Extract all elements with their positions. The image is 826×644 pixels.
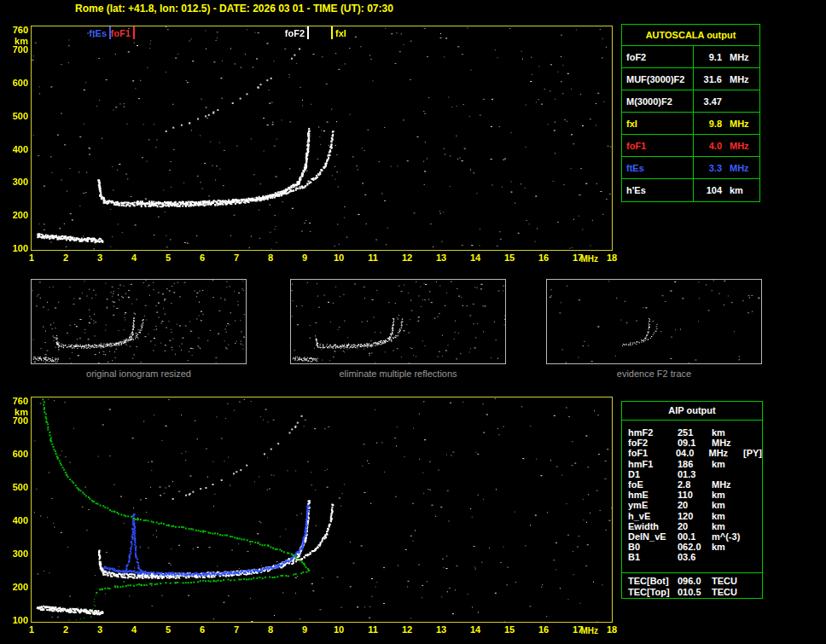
- aip-tec-row: TEC[Bot] 096.0 TECU: [622, 576, 762, 586]
- axis-tick-label: 300: [3, 548, 28, 559]
- value-text: 3.3: [701, 157, 722, 179]
- aip-parameter-row: hmE 110 km: [622, 490, 762, 500]
- aip-parameter-unit: [712, 552, 747, 562]
- aip-parameter-label: B1: [628, 552, 678, 562]
- axis-tick-label: 3: [91, 252, 108, 263]
- unit-text: km: [730, 179, 752, 201]
- axis-tick-label: 10: [330, 252, 347, 263]
- aip-parameter-value: 20: [678, 500, 712, 510]
- axis-tick-label: 4: [125, 624, 143, 635]
- aip-parameter-note: [747, 552, 762, 562]
- aip-parameter-value: 2.8: [678, 479, 712, 490]
- aip-parameter-note: [747, 469, 762, 479]
- value-text: 4.0: [701, 135, 722, 157]
- value-text: 9.8: [701, 113, 722, 135]
- aip-parameter-note: [PY]: [743, 448, 762, 458]
- axis-tick-label: 9: [296, 624, 313, 635]
- value-text: 3.47: [701, 90, 722, 113]
- aip-parameter-label: h_vE: [628, 511, 678, 521]
- aip-parameter-row: DelN_vE 00.1 m^(-3): [622, 531, 762, 542]
- aip-parameter-note: [747, 531, 762, 542]
- caption-evidence-f2: evidence F2 trace: [546, 368, 762, 379]
- axis-tick-label: 13: [433, 252, 450, 263]
- aip-parameter-unit: km: [712, 521, 747, 531]
- axis-tick-label: 10: [330, 624, 347, 635]
- axis-tick-label: 500: [3, 482, 28, 492]
- axis-tick-label: MHz: [574, 626, 598, 635]
- axis-tick-label: 400: [3, 144, 28, 154]
- unit-text: MHz: [730, 113, 752, 135]
- tec-label: TEC[Bot]: [628, 576, 678, 586]
- axis-tick-label: 300: [3, 177, 28, 187]
- thumbnail-original-ionogram: [31, 279, 247, 364]
- aip-parameter-note: [747, 459, 762, 469]
- aip-parameter-unit: MHz: [709, 448, 744, 458]
- aip-parameter-label: foF1: [628, 448, 676, 458]
- axis-tick-label: 11: [364, 624, 381, 635]
- aip-parameter-label: hmE: [628, 490, 678, 500]
- axis-tick-label: 200: [3, 582, 28, 592]
- aip-tec-rows: TEC[Bot] 096.0 TECU TEC[Top] 010.5 TECU: [622, 572, 762, 596]
- value-text: 9.1: [701, 46, 722, 68]
- unit-text: MHz: [730, 68, 752, 90]
- aip-parameter-unit: km: [712, 427, 747, 438]
- axis-tick-label: 9: [296, 252, 313, 263]
- axis-tick-label: 11: [364, 252, 381, 263]
- tec-unit: TECU: [712, 587, 747, 597]
- aip-parameter-value: 03.6: [678, 552, 712, 562]
- value-text: 104: [701, 179, 722, 201]
- tec-value: 010.5: [678, 587, 712, 597]
- caption-original-ionogram: original ionogram resized: [31, 368, 247, 379]
- parameter-value: 9.1 MHz: [694, 46, 759, 67]
- parameter-value: 3.47: [694, 90, 759, 112]
- aip-tec-row: TEC[Top] 010.5 TECU: [622, 587, 762, 597]
- parameter-value: 31.6 MHz: [694, 68, 759, 90]
- aip-parameter-row: D1 01.3: [622, 469, 762, 479]
- axis-tick-label: 400: [3, 515, 28, 525]
- aip-parameter-note: [747, 511, 762, 521]
- thumbnail-f2-trace: [546, 279, 762, 364]
- aip-parameter-row: h_vE 120 km: [622, 511, 762, 521]
- aip-parameter-note: [747, 479, 762, 490]
- aip-parameter-unit: [712, 469, 747, 479]
- unit-text: MHz: [730, 157, 752, 179]
- axis-tick-label: 12: [398, 624, 416, 635]
- aip-parameter-note: [747, 521, 762, 531]
- profile-ionogram-plot: 760km70060050040030020010012345678910111…: [31, 397, 613, 623]
- autoscala-output-table: AUTOSCALA output foF2 9.1 MHz MUF(3000)F…: [621, 24, 760, 202]
- aip-parameter-note: [747, 427, 762, 438]
- aip-parameter-label: foE: [628, 479, 678, 490]
- aip-parameter-value: 09.1: [678, 438, 712, 448]
- axis-tick-label: 16: [535, 624, 552, 635]
- parameter-label: foF1: [622, 135, 694, 156]
- aip-parameter-row: foF1 04.0 MHz [PY]: [622, 448, 762, 458]
- axis-tick-label: 500: [3, 111, 28, 121]
- axis-tick-label: 15: [501, 624, 518, 635]
- tec-unit: TECU: [712, 576, 747, 586]
- aip-parameter-unit: m^(-3): [712, 531, 747, 542]
- axis-tick-label: 4: [125, 252, 143, 263]
- axis-tick-label: MHz: [574, 254, 598, 264]
- aip-parameter-row: Ewidth 20 km: [622, 521, 762, 531]
- aip-parameter-row: hmF1 186 km: [622, 459, 762, 469]
- aip-parameter-row: foE 2.8 MHz: [622, 479, 762, 490]
- aip-parameter-value: 120: [678, 511, 712, 521]
- profile-ionogram-canvas: [32, 397, 612, 622]
- thumbnail-f2-canvas: [547, 280, 761, 363]
- axis-tick-label: 5: [160, 252, 177, 263]
- axis-tick-label: 8: [262, 624, 279, 635]
- aip-parameter-unit: km: [712, 500, 747, 510]
- axis-tick-label: 1: [23, 252, 40, 263]
- aip-parameter-value: 062.0: [678, 542, 712, 552]
- autoscala-table-row: ftEs 3.3 MHz: [622, 157, 759, 179]
- aip-parameter-label: hmF2: [628, 427, 678, 438]
- main-ionogram-canvas: [32, 26, 612, 250]
- axis-tick-label: 8: [262, 252, 279, 263]
- aip-parameter-label: Ewidth: [628, 521, 678, 531]
- parameter-value: 4.0 MHz: [694, 135, 759, 156]
- aip-parameter-unit: km: [712, 511, 747, 521]
- autoscala-rows: foF2 9.1 MHz MUF(3000)F2 31.6 MHz M(30: [622, 46, 759, 201]
- parameter-label: M(3000)F2: [622, 90, 694, 112]
- parameter-value: 3.3 MHz: [694, 157, 759, 178]
- parameter-value: 104 km: [694, 179, 759, 201]
